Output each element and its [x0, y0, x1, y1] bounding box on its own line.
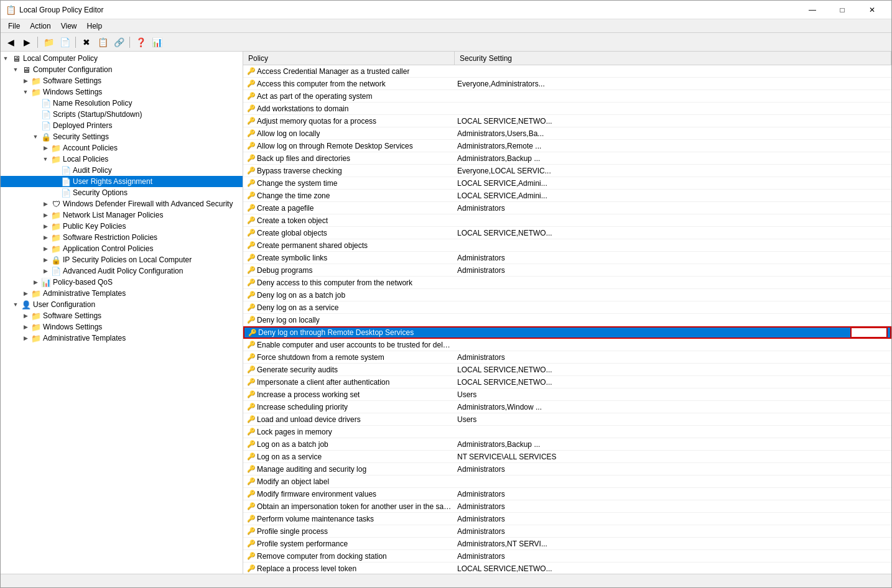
list-row[interactable]: 🔑Generate security auditsLOCAL SERVICE,N…: [243, 364, 891, 376]
tree-expander-icon[interactable]: ▼: [1, 53, 11, 64]
tree-item[interactable]: ▶📁Software Settings: [1, 310, 243, 321]
forward-button[interactable]: ▶: [19, 35, 34, 50]
tree-expander-icon[interactable]: ▶: [21, 310, 30, 321]
list-row[interactable]: 🔑Log on as a serviceNT SERVICE\ALL SERVI…: [243, 451, 891, 463]
up-button[interactable]: 📁: [41, 35, 56, 50]
tree-expander-icon[interactable]: ▶: [30, 277, 40, 288]
list-row[interactable]: 🔑Enable computer and user accounts to be…: [243, 339, 891, 351]
tree-expander-icon[interactable]: ▶: [40, 265, 50, 277]
close-button[interactable]: ✕: [858, 1, 886, 19]
report-button[interactable]: 📊: [149, 35, 164, 50]
list-row[interactable]: 🔑Deny access to this computer from the n…: [243, 277, 891, 289]
tree-item[interactable]: ▶📄Advanced Audit Policy Configuration: [1, 265, 243, 277]
tree-item[interactable]: ▼🖥Computer Configuration: [1, 64, 243, 75]
list-row[interactable]: 🔑Replace a process level tokenLOCAL SERV…: [243, 563, 891, 574]
list-row[interactable]: 🔑Impersonate a client after authenticati…: [243, 376, 891, 388]
list-row[interactable]: 🔑Deny log on locally: [243, 314, 891, 326]
maximize-button[interactable]: □: [828, 1, 857, 19]
menu-file[interactable]: File: [3, 21, 25, 32]
tree-item[interactable]: ▶📁Public Key Policies: [1, 221, 243, 232]
menu-action[interactable]: Action: [25, 21, 55, 32]
list-row[interactable]: 🔑Create a pagefileAdministrators: [243, 202, 891, 214]
tree-item[interactable]: ▶🛡Windows Defender Firewall with Advance…: [1, 198, 243, 209]
tree-item[interactable]: 📄Scripts (Startup/Shutdown): [1, 109, 243, 120]
list-row[interactable]: 🔑Modify an object label: [243, 475, 891, 488]
tree-expander-icon[interactable]: ▶: [21, 321, 30, 333]
list-row[interactable]: 🔑Deny log on as a service: [243, 301, 891, 314]
policy-column-header[interactable]: Policy: [243, 52, 455, 65]
list-row[interactable]: 🔑Debug programsAdministrators: [243, 264, 891, 277]
list-row[interactable]: 🔑Create a token object: [243, 214, 891, 227]
tree-item[interactable]: 📄User Rights Assignment: [1, 176, 243, 187]
list-row[interactable]: 🔑Bypass traverse checkingEveryone,LOCAL …: [243, 165, 891, 177]
list-row[interactable]: 🔑Remove computer from docking stationAdm…: [243, 550, 891, 563]
list-row[interactable]: 🔑Create symbolic linksAdministrators: [243, 252, 891, 264]
list-row[interactable]: 🔑Deny log on as a batch job: [243, 289, 891, 301]
list-row[interactable]: 🔑Deny log on through Remote Desktop Serv…: [243, 326, 891, 339]
list-row[interactable]: 🔑Perform volume maintenance tasksAdminis…: [243, 513, 891, 525]
list-row[interactable]: 🔑Act as part of the operating system: [243, 90, 891, 103]
export-button[interactable]: 🔗: [111, 35, 126, 50]
tree-item[interactable]: ▶🔒IP Security Policies on Local Computer: [1, 254, 243, 265]
tree-expander-icon[interactable]: ▼: [40, 154, 50, 165]
list-row[interactable]: 🔑Profile single processAdministrators: [243, 525, 891, 538]
tree-item[interactable]: ▼🖥Local Computer Policy: [1, 53, 243, 64]
security-setting-column-header[interactable]: Security Setting: [455, 52, 891, 65]
list-row[interactable]: 🔑Change the time zoneLOCAL SERVICE,Admin…: [243, 190, 891, 202]
tree-item[interactable]: ▶📁Account Policies: [1, 142, 243, 154]
list-body[interactable]: 🔑Access Credential Manager as a trusted …: [243, 65, 891, 574]
list-row[interactable]: 🔑Manage auditing and security logAdminis…: [243, 463, 891, 475]
tree-item[interactable]: ▶📁Software Settings: [1, 75, 243, 86]
list-row[interactable]: 🔑Add workstations to domain: [243, 103, 891, 115]
tree-panel[interactable]: ▼🖥Local Computer Policy▼🖥Computer Config…: [1, 52, 243, 574]
minimize-button[interactable]: —: [798, 1, 827, 19]
list-row[interactable]: 🔑Adjust memory quotas for a processLOCAL…: [243, 115, 891, 127]
tree-expander-icon[interactable]: ▶: [21, 288, 30, 299]
tree-item[interactable]: ▶📁Application Control Policies: [1, 243, 243, 254]
tree-expander-icon[interactable]: ▶: [40, 142, 50, 154]
list-row[interactable]: 🔑Lock pages in memory: [243, 426, 891, 438]
list-row[interactable]: 🔑Profile system performanceAdministrator…: [243, 538, 891, 550]
tree-expander-icon[interactable]: ▼: [11, 64, 21, 75]
menu-view[interactable]: View: [56, 21, 82, 32]
tree-item[interactable]: 📄Deployed Printers: [1, 120, 243, 131]
list-row[interactable]: 🔑Allow log on locallyAdministrators,User…: [243, 127, 891, 140]
tree-item[interactable]: ▶📁Software Restriction Policies: [1, 232, 243, 243]
tree-expander-icon[interactable]: ▶: [40, 221, 50, 232]
tree-expander-icon[interactable]: ▶: [40, 254, 50, 265]
tree-expander-icon[interactable]: ▼: [21, 86, 30, 98]
tree-expander-icon[interactable]: ▶: [21, 75, 30, 86]
tree-expander-icon[interactable]: ▼: [30, 131, 40, 142]
properties-button[interactable]: 📋: [95, 35, 110, 50]
list-row[interactable]: 🔑Increase a process working setUsers: [243, 388, 891, 401]
tree-item[interactable]: ▼📁Windows Settings: [1, 86, 243, 98]
menu-help[interactable]: Help: [82, 21, 108, 32]
tree-expander-icon[interactable]: ▶: [40, 209, 50, 221]
list-row[interactable]: 🔑Modify firmware environment valuesAdmin…: [243, 488, 891, 500]
list-row[interactable]: 🔑Obtain an impersonation token for anoth…: [243, 500, 891, 513]
back-button[interactable]: ◀: [3, 35, 18, 50]
list-row[interactable]: 🔑Load and unload device driversUsers: [243, 413, 891, 426]
tree-item[interactable]: ▶📁Windows Settings: [1, 321, 243, 333]
list-row[interactable]: 🔑Back up files and directoriesAdministra…: [243, 152, 891, 165]
delete-button[interactable]: ✖: [79, 35, 94, 50]
tree-expander-icon[interactable]: ▶: [40, 243, 50, 254]
tree-item[interactable]: ▶📁Administrative Templates: [1, 288, 243, 299]
list-row[interactable]: 🔑Create global objectsLOCAL SERVICE,NETW…: [243, 227, 891, 239]
list-row[interactable]: 🔑Log on as a batch jobAdministrators,Bac…: [243, 438, 891, 451]
show-hide-button[interactable]: 📄: [57, 35, 72, 50]
list-row[interactable]: 🔑Force shutdown from a remote systemAdmi…: [243, 351, 891, 364]
tree-item[interactable]: ▶📁Administrative Templates: [1, 333, 243, 344]
tree-item[interactable]: 📄Security Options: [1, 187, 243, 198]
list-row[interactable]: 🔑Allow log on through Remote Desktop Ser…: [243, 140, 891, 152]
list-row[interactable]: 🔑Access this computer from the networkEv…: [243, 78, 891, 90]
tree-item[interactable]: 📄Audit Policy: [1, 165, 243, 176]
tree-expander-icon[interactable]: ▶: [40, 198, 50, 209]
tree-expander-icon[interactable]: ▼: [11, 299, 21, 310]
list-row[interactable]: 🔑Create permanent shared objects: [243, 239, 891, 252]
tree-item[interactable]: ▶📁Network List Manager Policies: [1, 209, 243, 221]
help-button[interactable]: ❓: [133, 35, 148, 50]
tree-item[interactable]: ▼🔒Security Settings: [1, 131, 243, 142]
tree-item[interactable]: ▼👤User Configuration: [1, 299, 243, 310]
list-row[interactable]: 🔑Increase scheduling priorityAdministrat…: [243, 401, 891, 413]
